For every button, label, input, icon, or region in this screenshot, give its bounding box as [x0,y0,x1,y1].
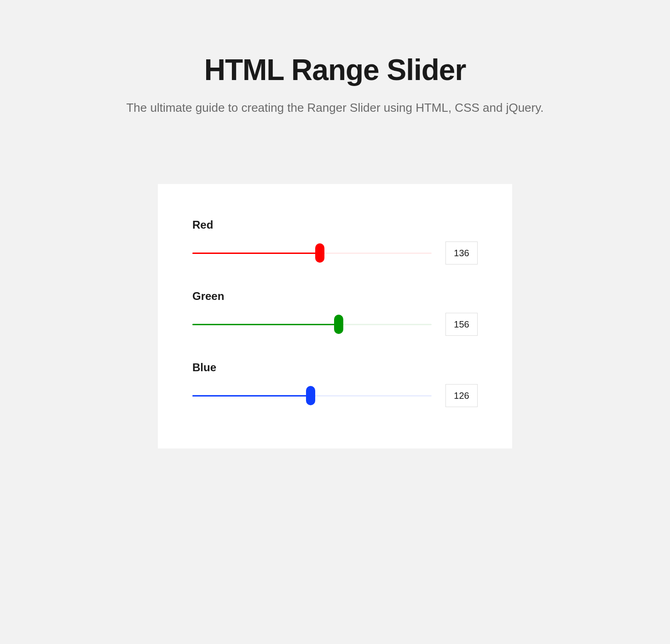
slider-green[interactable] [192,315,432,334]
slider-label-green: Green [192,290,478,303]
slider-group-red: Red 136 [192,218,478,264]
slider-blue[interactable] [192,386,432,405]
slider-track-fill [192,324,339,325]
slider-card: Red 136 Green 156 Blue [158,184,512,448]
slider-value-green[interactable]: 156 [445,313,478,336]
slider-label-red: Red [192,218,478,231]
slider-group-blue: Blue 126 [192,361,478,407]
page-title: HTML Range Slider [0,53,670,87]
slider-thumb-red[interactable] [315,243,324,263]
slider-value-red[interactable]: 136 [445,242,478,264]
page-subtitle: The ultimate guide to creating the Range… [0,101,670,115]
slider-label-blue: Blue [192,361,478,374]
slider-group-green: Green 156 [192,290,478,336]
slider-thumb-green[interactable] [334,315,343,334]
slider-thumb-blue[interactable] [306,386,315,405]
slider-value-blue[interactable]: 126 [445,384,478,407]
slider-track-fill [192,395,311,397]
slider-track-fill [192,253,320,254]
slider-red[interactable] [192,244,432,262]
